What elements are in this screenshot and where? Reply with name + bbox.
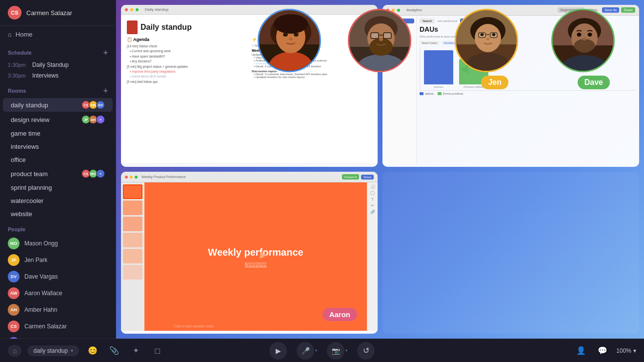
room-name-watercooler: watercooler — [11, 197, 43, 204]
window-minimize-btn[interactable] — [130, 8, 133, 11]
avatar-aw: AW — [8, 287, 20, 299]
analytics-menu[interactable]: Filters — [586, 7, 600, 13]
camera-button[interactable]: 📷 — [327, 342, 344, 360]
pres-maximize-btn[interactable] — [135, 176, 138, 179]
standup-window-title: Daily standup — [145, 7, 168, 12]
nav-releases: Releases — [384, 42, 414, 47]
search-filter[interactable]: Search — [420, 19, 435, 23]
person-jen-park[interactable]: JP Jen Park — [0, 252, 116, 268]
dau-bar-chart: previous [Previous] deMeak — [420, 47, 636, 91]
room-avatar-3: + — [96, 115, 105, 124]
standup-doc-title: Daily standup — [141, 23, 192, 32]
pres-minimize-btn[interactable] — [130, 176, 133, 179]
dashboard-tab[interactable]: Dashboard — [442, 41, 460, 45]
tool-icon-4[interactable]: ✏ — [371, 203, 374, 208]
slide-thumb-6[interactable] — [123, 265, 142, 280]
window-maximize-btn[interactable] — [136, 8, 139, 11]
room-name-product-team: product team — [11, 170, 48, 178]
attach-icon[interactable]: 📎 — [106, 343, 122, 359]
new-btn[interactable]: + New — [384, 19, 414, 23]
add-room-button[interactable]: + — [103, 87, 108, 95]
present-btn[interactable]: Present ▾ — [342, 174, 359, 180]
pres-close-btn[interactable] — [125, 176, 128, 179]
camera-dropdown[interactable]: ▾ — [345, 348, 347, 353]
schedule-item-standup[interactable]: 1:30pm Daily Standup — [0, 60, 116, 70]
person-mason-ongg[interactable]: MO Mason Ongg — [0, 235, 116, 252]
home-nav-icon[interactable]: ⌂ — [8, 345, 21, 357]
slide-thumb-1[interactable] — [123, 184, 142, 199]
person-carmen-salazar[interactable]: CS Carmen Salazar — [0, 318, 116, 335]
schedule-item-interviews[interactable]: 3:30pm Interviews — [0, 70, 116, 81]
save-as-btn[interactable]: Save As — [602, 7, 620, 13]
nav-northstars: Northstars — [384, 31, 414, 36]
analytics-minimize-btn[interactable] — [392, 9, 395, 12]
analytics-daus-title: DAUs — [420, 25, 636, 33]
refresh-button[interactable]: ↺ — [357, 342, 375, 360]
analytics-left-nav: + New My Workspace Northstars User Look … — [382, 16, 417, 164]
share-pres-btn[interactable]: Share — [361, 175, 374, 180]
analytics-maximize-btn[interactable] — [397, 9, 400, 12]
room-item-product-team[interactable]: product team CS MO + — [3, 167, 113, 181]
avatar-mo: MO — [8, 238, 20, 249]
room-item-watercooler[interactable]: watercooler — [3, 195, 113, 207]
home-label: Home — [16, 31, 33, 38]
room-item-design-review[interactable]: design review JP AH + — [3, 113, 113, 126]
room-item-daily-standup[interactable]: daily standup CS AW DV — [3, 98, 113, 112]
add-schedule-button[interactable]: + — [103, 49, 108, 57]
standup-recents-col: ⚡ Recent standup + New standup notes Mee… — [252, 37, 372, 84]
room-item-interviews[interactable]: interviews — [3, 141, 113, 153]
spaces-label: SPACES — [384, 49, 414, 54]
slide-thumb-2[interactable] — [123, 201, 142, 215]
emoji-icon[interactable]: 😊 — [85, 343, 101, 359]
slide-thumb-5[interactable] — [123, 249, 142, 263]
room-avatars-design-review: JP AH + — [83, 115, 105, 124]
tool-icon-3[interactable]: T — [371, 197, 374, 201]
nav-home[interactable]: ⌂ Home — [0, 26, 116, 43]
window-close-btn[interactable] — [125, 8, 128, 11]
tool-icon-1[interactable]: ⬜ — [370, 184, 375, 189]
presentation-body: Weekly performance 8/22/2022 ▶ Aaron Cli… — [121, 182, 378, 331]
bottom-bar: ⌂ daily standup ▾ 😊 📎 ✦ ◻ ▶ 🎤 ▾ 📷 ▾ ↺ 👤 … — [0, 339, 644, 362]
slide-thumb-4[interactable] — [123, 233, 142, 247]
sidebar: CS Carmen Salazar ⌂ Home Schedule + 1:30… — [0, 0, 116, 339]
team-users-tab[interactable]: Team Users — [420, 41, 439, 45]
nav-user-look: User Look — [384, 37, 414, 41]
sidebar-header: CS Carmen Salazar — [0, 0, 116, 26]
person-name-jen: Jen Park — [24, 257, 47, 263]
tool-icon-2[interactable]: ◯ — [370, 191, 375, 195]
analytics-main-area: Search who performed Any Active Event DA… — [417, 16, 639, 164]
person-amber-hahn[interactable]: AH Amber Hahn — [0, 302, 116, 318]
zoom-control[interactable]: 100% ▾ — [616, 347, 636, 354]
person-oliver-cochran[interactable]: OC Oliver Cochran — [0, 335, 116, 339]
star-icon[interactable]: ✦ — [128, 343, 143, 359]
mic-control: 🎤 ▾ — [297, 342, 317, 360]
room-item-office[interactable]: office — [3, 154, 113, 166]
room-selector[interactable]: daily standup ▾ — [27, 345, 79, 356]
screen-share-presentation: Weekly Product Performance Present ▾ Sha… — [121, 172, 378, 334]
chart-legend: daMoak [Previous] daMoak — [420, 92, 636, 95]
people-section-header: People — [0, 221, 116, 235]
home-icon: ⌂ — [8, 31, 12, 38]
current-room-label: daily standup — [33, 347, 68, 354]
person-aaron-wallace[interactable]: AW Aaron Wallace — [0, 285, 116, 302]
room-item-sprint-planning[interactable]: sprint planning — [3, 181, 113, 194]
emoji2-icon[interactable]: ◻ — [149, 343, 165, 359]
analytics-tab-segmentation[interactable]: Segmentation — [558, 7, 584, 13]
chat-icon[interactable]: 💬 — [595, 343, 610, 359]
analytics-close-btn[interactable] — [386, 9, 389, 12]
slide-title: Weekly performance — [208, 246, 303, 258]
room-item-website[interactable]: website — [3, 208, 113, 220]
person-dave-vargas[interactable]: DV Dave Vargas — [0, 268, 116, 285]
mic-button[interactable]: 🎤 — [297, 342, 314, 360]
bottom-bar-left: ⌂ daily standup ▾ 😊 📎 ✦ ◻ — [8, 343, 165, 359]
room-name-daily-standup: daily standup — [11, 101, 48, 109]
broadcast-button[interactable]: ▶ — [269, 342, 287, 360]
slide-thumb-3[interactable] — [123, 217, 142, 231]
mic-dropdown[interactable]: ▾ — [315, 348, 317, 353]
room-item-game-time[interactable]: game time — [3, 127, 113, 140]
tool-icon-5[interactable]: 🔗 — [370, 210, 375, 214]
person-name-dave: Dave Vargas — [24, 273, 58, 280]
share-btn[interactable]: Share — [621, 7, 635, 13]
person-icon[interactable]: 👤 — [573, 343, 589, 359]
event-filter[interactable]: Any Active Event — [460, 19, 487, 23]
